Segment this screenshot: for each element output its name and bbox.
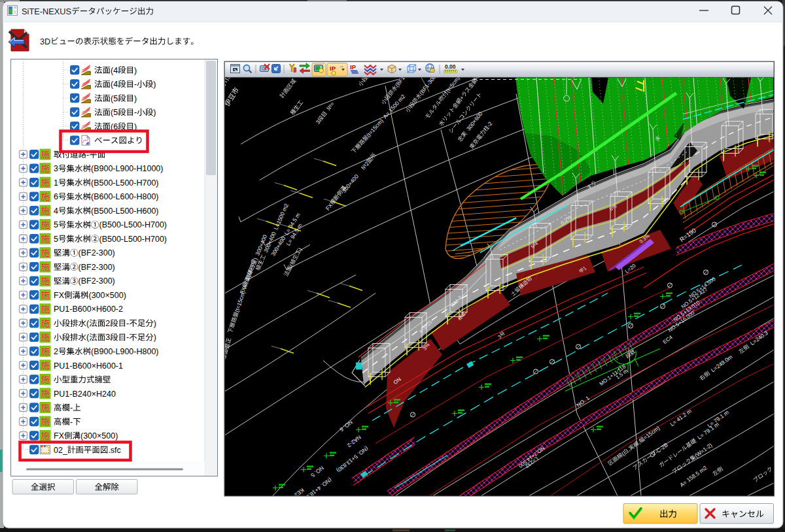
svg-text:4: 4: [54, 207, 58, 216]
svg-text:5: 5: [54, 235, 58, 244]
svg-text:IP: IP: [330, 65, 336, 72]
svg-text:3: 3: [54, 164, 58, 173]
svg-text:(B500-L500-H700): (B500-L500-H700): [99, 220, 167, 229]
svg-text:-: -: [126, 333, 129, 342]
svg-text:FX: FX: [54, 431, 65, 441]
svg-text:): ): [134, 94, 137, 103]
svg-text:5: 5: [54, 220, 58, 229]
svg-text:(5: (5: [111, 108, 118, 117]
svg-text:(BF2-300): (BF2-300): [78, 276, 115, 286]
svg-text:PU1-B240×H240: PU1-B240×H240: [54, 390, 116, 399]
svg-text:02_: 02_: [54, 446, 68, 455]
svg-text:-: -: [70, 418, 73, 427]
svg-text:1: 1: [54, 178, 58, 188]
svg-text:(B900-L900-H1000): (B900-L900-H1000): [91, 164, 164, 173]
svg-text:.sfc: .sfc: [108, 446, 120, 455]
svg-text:): ): [134, 66, 137, 75]
svg-text:): ): [153, 80, 156, 89]
svg-text:): ): [153, 108, 156, 117]
svg-text:(300×500): (300×500): [80, 431, 118, 441]
svg-text:(BF2-300): (BF2-300): [78, 263, 115, 272]
svg-text:PU1-B600×H600-1: PU1-B600×H600-1: [54, 361, 123, 371]
svg-text:-: -: [70, 403, 73, 412]
svg-text:-: -: [126, 319, 129, 328]
svg-text:(4: (4: [111, 80, 118, 89]
svg-text:(B600-L600-H800): (B600-L600-H800): [91, 192, 159, 201]
svg-text:SiTE-NEXUS: SiTE-NEXUS: [22, 7, 71, 16]
svg-text:-: -: [134, 80, 137, 89]
svg-text:2: 2: [54, 347, 58, 356]
svg-text:(BF2-300): (BF2-300): [78, 248, 115, 258]
svg-text:3D: 3D: [40, 37, 50, 46]
svg-text:(B500-L500-H600): (B500-L500-H600): [91, 207, 159, 216]
svg-text:0.00: 0.00: [445, 63, 456, 70]
svg-text:3: 3: [105, 333, 110, 342]
svg-text:FX: FX: [54, 291, 65, 300]
svg-text:(5: (5: [111, 94, 118, 103]
svg-text:(B500-L500-H700): (B500-L500-H700): [91, 178, 159, 188]
svg-text:(B500-L500-H700): (B500-L500-H700): [99, 235, 167, 244]
svg-text:6: 6: [54, 192, 58, 201]
svg-text:IP: IP: [350, 63, 357, 71]
svg-text:2: 2: [105, 319, 110, 328]
svg-text:(B900-L900-H800): (B900-L900-H800): [91, 347, 159, 356]
svg-text:): ): [154, 319, 156, 328]
svg-text:(4: (4: [111, 66, 118, 75]
svg-text:): ): [154, 333, 156, 342]
svg-text:(300×500): (300×500): [89, 291, 126, 300]
svg-text:PU1-B600×H600-2: PU1-B600×H600-2: [54, 305, 123, 314]
svg-text:-: -: [134, 108, 137, 117]
